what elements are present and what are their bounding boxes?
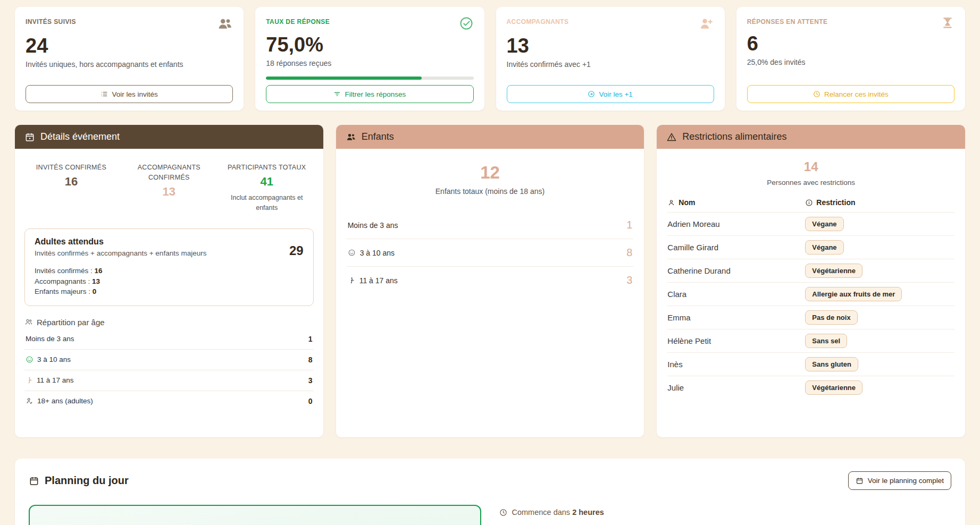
view-guests-button[interactable]: Voir les invités xyxy=(26,85,233,103)
age-distribution-list: Moins de 3 ans 1 3 à 10 ans 8 xyxy=(24,329,314,411)
restriction-row: Inès Sans gluten xyxy=(667,352,954,376)
view-full-planning-button[interactable]: Voir le planning complet xyxy=(848,471,951,490)
walker-icon xyxy=(26,377,33,384)
stat-label: INVITÉS SUIVIS xyxy=(26,16,76,26)
warning-icon xyxy=(666,132,677,142)
stat-card-reponses-attente: RÉPONSES EN ATTENTE 6 25,0% des invités … xyxy=(736,7,965,111)
restriction-badge: Pas de noix xyxy=(805,310,857,325)
restriction-row: Emma Pas de noix xyxy=(667,306,954,329)
restriction-badge: Végane xyxy=(805,217,843,231)
stat-label: ACCOMPAGNANTS xyxy=(507,16,569,26)
age-row: 3 à 10 ans 8 xyxy=(24,350,314,370)
planning-section: Planning du jour Voir le planning comple… xyxy=(15,459,965,525)
stat-card-taux-reponse: TAUX DE RÉPONSE 75,0% 18 réponses reçues… xyxy=(255,7,484,111)
restriction-badge: Végane xyxy=(805,240,843,255)
stat-invites-confirmes: INVITÉS CONFIRMÉS 16 xyxy=(24,163,118,213)
age-row: 11 à 17 ans 3 xyxy=(24,370,314,391)
clock-icon xyxy=(813,90,820,98)
stat-participants-totaux: PARTICIPANTS TOTAUX 41 Inclut accompagna… xyxy=(220,163,314,213)
filter-icon xyxy=(333,90,341,98)
remind-guests-button[interactable]: Relancer ces invités xyxy=(747,85,954,103)
people-icon xyxy=(24,318,33,326)
adults-line: Invités confirmés : 16 xyxy=(35,266,206,276)
restrictions-table-header: Nom Restriction xyxy=(667,198,954,212)
stat-description: Invités confirmés avec +1 xyxy=(507,60,714,69)
restriction-row: Julie Végétarienne xyxy=(667,376,954,399)
restrictions-total: 14 xyxy=(667,159,954,174)
arrow-circle-right-icon xyxy=(588,90,595,98)
event-countdown: Commence dans 2 heures xyxy=(499,508,952,516)
stat-description: 25,0% des invités xyxy=(747,58,954,66)
button-label: Relancer ces invités xyxy=(824,90,889,98)
info-icon xyxy=(805,199,813,207)
restriction-badge: Végétarienne xyxy=(805,380,862,395)
event-details-header: Détails événement xyxy=(15,125,323,149)
walker-icon xyxy=(348,277,355,284)
response-progress-fill xyxy=(266,77,422,80)
adults-total-value: 29 xyxy=(289,237,304,297)
restriction-row: Clara Allergie aux fruits de mer xyxy=(667,282,954,306)
planning-right-column: Commence dans 2 heures xyxy=(499,505,952,525)
person-icon xyxy=(667,199,675,207)
age-row: Moins de 3 ans 1 xyxy=(24,329,314,350)
smiley-icon xyxy=(26,355,33,363)
users-icon xyxy=(346,132,356,142)
user-plus-icon xyxy=(698,16,714,32)
list-icon xyxy=(100,90,108,98)
restriction-badge: Sans gluten xyxy=(805,357,858,371)
restrictions-panel: Restrictions alimentaires 14 Personnes a… xyxy=(657,125,965,437)
stat-card-accompagnants: ACCOMPAGNANTS 13 Invités confirmés avec … xyxy=(496,7,725,111)
stat-accompagnants-confirmes: ACCOMPAGNANTS CONFIRMÉS 13 xyxy=(122,163,216,213)
person-check-icon xyxy=(26,397,33,405)
children-list: Moins de 3 ans 1 3 à 10 ans 8 xyxy=(347,211,634,294)
expected-adults-box: Adultes attendus Invités confirmés + acc… xyxy=(24,228,314,306)
response-progress xyxy=(266,77,473,80)
clock-icon xyxy=(499,509,507,516)
adults-line: Accompagnants : 13 xyxy=(35,276,206,287)
dashboard-page: INVITÉS SUIVIS 24 Invités uniques, hors … xyxy=(0,0,980,525)
calendar-icon xyxy=(856,477,864,485)
stat-value: 24 xyxy=(26,36,233,57)
panel-title: Restrictions alimentaires xyxy=(682,131,786,142)
restriction-row: Camille Girard Végane xyxy=(667,235,954,259)
restriction-row: Adrien Moreau Végane xyxy=(667,212,954,235)
button-label: Voir les invités xyxy=(112,90,157,98)
age-row: 18+ ans (adultes) 0 xyxy=(24,391,314,411)
restriction-badge: Sans sel xyxy=(805,334,847,348)
planning-event-card[interactable]: 14:00 → 17:00 3h00 xyxy=(29,505,481,525)
children-subtitle: Enfants totaux (moins de 18 ans) xyxy=(347,187,634,196)
button-label: Filtrer les réponses xyxy=(345,90,406,98)
check-circle-icon xyxy=(459,16,474,31)
children-row: 11 à 17 ans 3 xyxy=(347,267,634,294)
stat-label: RÉPONSES EN ATTENTE xyxy=(747,16,828,26)
stat-description: Invités uniques, hors accompagnants et e… xyxy=(26,60,233,69)
stat-label: TAUX DE RÉPONSE xyxy=(266,16,330,26)
hourglass-icon xyxy=(941,16,954,30)
restrictions-table: Nom Restriction Adrien Moreau Végane xyxy=(667,198,954,399)
children-panel: Enfants 12 Enfants totaux (moins de 18 a… xyxy=(336,125,644,437)
restriction-badge: Végétarienne xyxy=(805,264,862,278)
stat-value: 75,0% xyxy=(266,35,473,56)
stat-description: 18 réponses reçues xyxy=(266,59,473,67)
children-row: Moins de 3 ans 1 xyxy=(347,211,634,239)
children-row: 3 à 10 ans 8 xyxy=(347,239,634,267)
stat-value: 13 xyxy=(507,36,714,57)
planning-title: Planning du jour xyxy=(29,475,129,487)
panel-title: Enfants xyxy=(362,131,394,142)
filter-responses-button[interactable]: Filtrer les réponses xyxy=(266,85,473,103)
calendar-icon xyxy=(24,132,35,142)
stat-card-invites-suivis: INVITÉS SUIVIS 24 Invités uniques, hors … xyxy=(15,7,244,111)
button-label: Voir les +1 xyxy=(599,90,632,98)
panel-title: Détails événement xyxy=(40,131,120,142)
restriction-row: Hélène Petit Sans sel xyxy=(667,329,954,352)
event-details-panel: Détails événement INVITÉS CONFIRMÉS 16 A… xyxy=(15,125,323,437)
restriction-row: Catherine Durand Végétarienne xyxy=(667,259,954,282)
view-plus-ones-button[interactable]: Voir les +1 xyxy=(507,85,714,103)
restriction-badge: Allergie aux fruits de mer xyxy=(805,287,902,301)
panels-row: Détails événement INVITÉS CONFIRMÉS 16 A… xyxy=(15,125,965,437)
smiley-icon xyxy=(348,249,356,257)
restrictions-subtitle: Personnes avec restrictions xyxy=(667,179,954,187)
children-header: Enfants xyxy=(336,125,644,149)
children-total: 12 xyxy=(347,163,634,183)
stats-row: INVITÉS SUIVIS 24 Invités uniques, hors … xyxy=(15,7,965,111)
